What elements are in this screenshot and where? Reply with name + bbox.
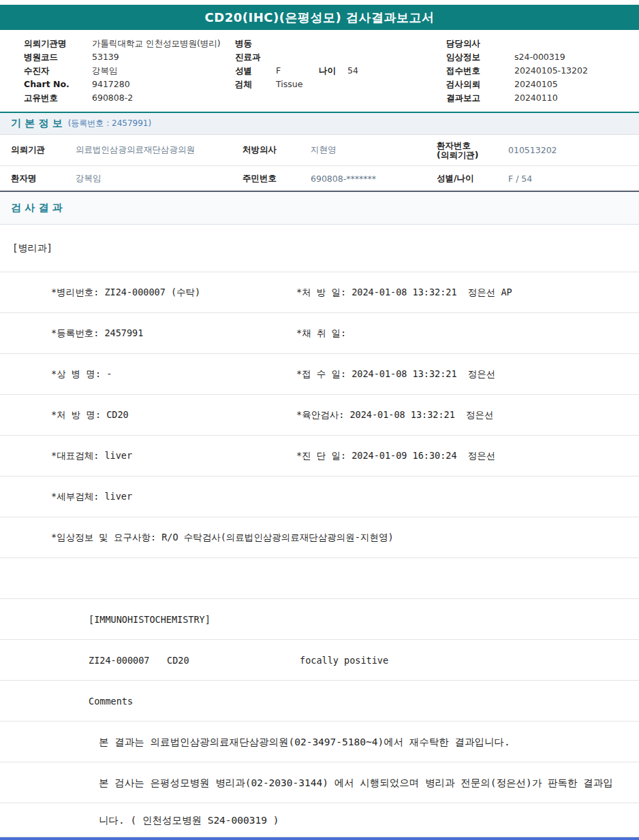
report-title: CD20(IHC)(은평성모) 검사결과보고서 [205, 10, 435, 26]
detail-left: *임상정보 및 요구사항: R/O 수탁검사(의료법인삼광의료재단삼광의원-지현… [51, 532, 394, 544]
field-value: 지현영 [311, 144, 437, 156]
section-title: 검 사 결 과 [11, 201, 63, 214]
comment-line: 본 결과는 의료법인삼광의료재단삼광의원(02-3497-5180~4)에서 재… [99, 735, 510, 748]
field-label: 검체 [235, 78, 276, 91]
header-left-column: 의뢰기관명 가톨릭대학교 인천성모병원(병리) 병원코드 53139 수진자 강… [0, 37, 235, 105]
table-row: 환자명 강복임 주민번호 690808-******* 성별/나이 F / 54 [0, 166, 639, 191]
field-label: Chart No. [24, 78, 92, 91]
field-value: F [276, 64, 319, 78]
detail-row: *처 방 명: CD20 *육안검사: 2024-01-08 13:32:21 … [0, 395, 639, 436]
test-result: focally positive [300, 655, 388, 666]
field-label: 병동 [235, 37, 276, 50]
registration-number-note: (등록번호 : 2457991) [68, 118, 151, 129]
field-row: 접수번호 20240105-13202 [446, 64, 639, 78]
comment-row: 본 결과는 의료법인삼광의료재단삼광의원(02-3497-5180~4)에서 재… [0, 722, 639, 762]
department-row: [병리과] [0, 225, 639, 272]
field-row: 병원코드 53139 [0, 50, 235, 64]
field-label: 담당의사 [446, 37, 514, 50]
detail-left: *등록번호: 2457991 [51, 327, 143, 340]
report-title-bar: CD20(IHC)(은평성모) 검사결과보고서 [0, 5, 639, 30]
detail-row: *등록번호: 2457991 *채 취 일: [0, 313, 639, 354]
field-row: 병동 [235, 37, 446, 50]
field-row: 임상정보 s24-000319 [446, 50, 639, 64]
field-row: 담당의사 [446, 37, 639, 50]
basic-info-table: 의뢰기관 의료법인삼광의료재단삼광의원 처방의사 지현영 환자번호(의뢰기관) … [0, 135, 639, 192]
field-value: 690808-2 [92, 91, 133, 105]
detail-right: *진 단 일: 2024-01-09 16:30:24 정은선 [296, 450, 495, 462]
detail-row: *세부검체: liver [0, 476, 639, 517]
field-label: 진료과 [235, 50, 276, 64]
ihc-header-row: [IMMUNOHISTOCHEMISTRY] [0, 599, 639, 640]
ihc-result-row: ZI24-000007 CD20 focally positive [0, 640, 639, 681]
field-value: s24-000319 [514, 50, 565, 64]
comment-line: 본 검사는 은평성모병원 병리과(02-2030-3144) 에서 시행되었으며… [99, 776, 613, 789]
comment-row: 본 검사는 은평성모병원 병리과(02-2030-3144) 에서 시행되었으며… [0, 762, 639, 803]
field-value: 20240105-13202 [514, 64, 588, 78]
field-label: 환자번호(의뢰기관) [437, 141, 508, 160]
basic-info-section-header: 기 본 정 보 (등록번호 : 2457991) [0, 113, 639, 135]
field-row: 진료과 [235, 50, 446, 64]
field-value: 가톨릭대학교 인천성모병원(병리) [92, 37, 221, 50]
field-value: 강복임 [92, 64, 118, 78]
field-label: 접수번호 [446, 64, 514, 78]
field-label: 검사의뢰 [446, 78, 514, 91]
department-label: [병리과] [12, 242, 52, 255]
detail-left: *대표검체: liver [51, 450, 132, 462]
field-label: 성별/나이 [437, 173, 508, 184]
field-value: 강복임 [76, 173, 243, 184]
test-name: CD20 [167, 655, 189, 666]
detail-left: *처 방 명: CD20 [51, 409, 129, 421]
detail-row: *임상정보 및 요구사항: R/O 수탁검사(의료법인삼광의료재단삼광의원-지현… [0, 517, 639, 558]
field-label: 처방의사 [243, 144, 311, 156]
field-value: 690808-******* [311, 174, 437, 184]
table-row: 의뢰기관 의료법인삼광의료재단삼광의원 처방의사 지현영 환자번호(의뢰기관) … [0, 135, 639, 166]
report-page: CD20(IHC)(은평성모) 검사결과보고서 의뢰기관명 가톨릭대학교 인천성… [0, 5, 639, 840]
detail-row: *병리번호: ZI24-000007 (수탁) *처 방 일: 2024-01-… [0, 272, 639, 313]
comments-label: Comments [89, 696, 133, 707]
field-label: 고유번호 [24, 91, 92, 105]
field-label: 결과보고 [446, 91, 514, 105]
comment-line: 니다. ( 인천성모병원 S24-000319 ) [99, 813, 279, 826]
section-title: 기 본 정 보 [11, 117, 63, 130]
field-label: 병원코드 [24, 50, 92, 64]
detail-left: *병리번호: ZI24-000007 (수탁) [51, 287, 200, 299]
field-row: 고유번호 690808-2 [0, 91, 235, 105]
field-value: 53139 [92, 50, 119, 64]
detail-left: *세부검체: liver [51, 491, 132, 503]
header-info: 의뢰기관명 가톨릭대학교 인천성모병원(병리) 병원코드 53139 수진자 강… [0, 30, 639, 112]
field-row: 결과보고 20240110 [446, 91, 639, 105]
detail-left: *상 병 명: - [51, 368, 112, 381]
blank-row [0, 558, 639, 599]
field-label-line2: (의뢰기관) [437, 150, 508, 160]
detail-row: *대표검체: liver *진 단 일: 2024-01-09 16:30:24… [0, 436, 639, 476]
detail-right: *접 수 일: 2024-01-08 13:32:21 정은선 [296, 368, 495, 381]
field-label: 의뢰기관명 [24, 37, 92, 50]
detail-right: *채 취 일: [296, 327, 346, 340]
header-right-column: 담당의사 임상정보 s24-000319 접수번호 20240105-13202… [446, 37, 639, 105]
field-value: 의료법인삼광의료재단삼광의원 [76, 144, 243, 156]
field-label: 성별 [235, 64, 276, 78]
bottom-divider [0, 837, 639, 840]
field-value: 54 [347, 64, 358, 78]
results-section-header: 검 사 결 과 [0, 192, 639, 225]
field-value: 9417280 [92, 78, 130, 91]
header-middle-column: 병동 진료과 성별 F 나이 54 검체 Tissue [235, 37, 446, 105]
detail-right: *육안검사: 2024-01-08 13:32:21 정은선 [296, 409, 494, 421]
field-row: Chart No. 9417280 [0, 78, 235, 91]
field-row: 검체 Tissue [235, 78, 446, 91]
field-row: 의뢰기관명 가톨릭대학교 인천성모병원(병리) [0, 37, 235, 50]
field-label: 의뢰기관 [11, 144, 76, 156]
field-label-line1: 환자번호 [437, 140, 471, 150]
field-value: 20240110 [514, 91, 558, 105]
field-label: 나이 [319, 64, 347, 78]
field-value: 010513202 [508, 145, 639, 155]
comment-row: 니다. ( 인천성모병원 S24-000319 ) [0, 803, 639, 837]
ihc-section-label: [IMMUNOHISTOCHEMISTRY] [89, 614, 211, 625]
field-label: 수진자 [24, 64, 92, 78]
field-value: F / 54 [508, 174, 639, 184]
field-label: 임상정보 [446, 50, 514, 64]
field-row: 검사의뢰 20240105 [446, 78, 639, 91]
field-value: 20240105 [514, 78, 558, 91]
field-row-sex-age: 성별 F 나이 54 [235, 64, 446, 78]
field-label: 환자명 [11, 173, 76, 184]
